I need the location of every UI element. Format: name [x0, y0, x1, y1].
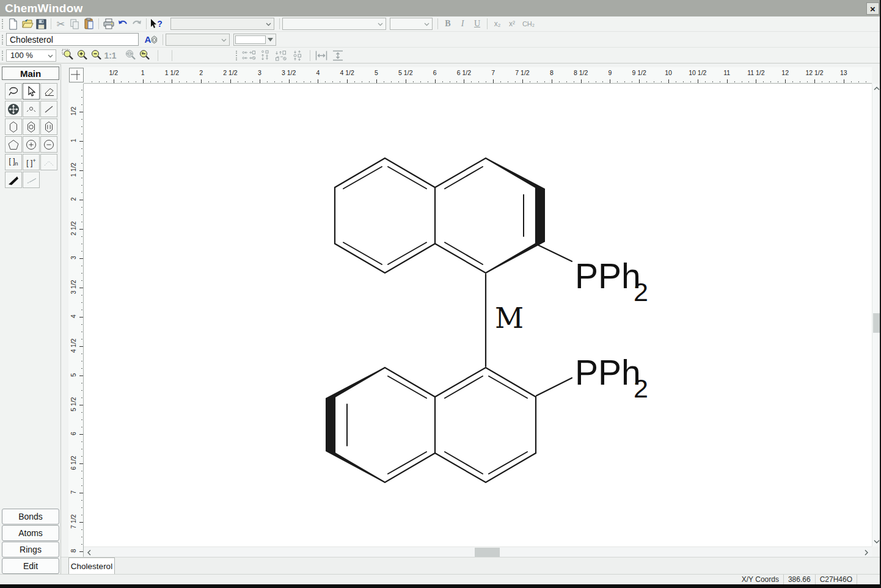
- palette-page-bonds[interactable]: Bonds: [2, 509, 59, 524]
- binap-structure[interactable]: M PPh 2 PPh 2: [84, 84, 872, 546]
- pph2-upper-label: PPh: [575, 256, 641, 296]
- context-help-button[interactable]: ?: [149, 17, 163, 31]
- cut-button[interactable]: ✂: [54, 17, 68, 31]
- subscript-button[interactable]: x₂: [490, 20, 505, 28]
- title-bar: ChemWindow ×: [0, 0, 881, 16]
- undo-button[interactable]: [115, 17, 130, 31]
- close-icon: ×: [870, 4, 876, 14]
- copy-button[interactable]: [68, 17, 82, 31]
- save-button[interactable]: [34, 17, 48, 31]
- charge-minus-tool[interactable]: [40, 136, 57, 153]
- palette-page-edit[interactable]: Edit: [2, 558, 59, 574]
- bracket-n-tool[interactable]: [ ]n: [5, 154, 22, 170]
- toolbar-grip[interactable]: [2, 51, 4, 60]
- document-tab-cholesterol[interactable]: Cholesterol: [68, 557, 115, 575]
- name-toolbar: A: [0, 32, 881, 48]
- palette-page-atoms[interactable]: Atoms: [2, 525, 59, 541]
- zoom-area-button[interactable]: [61, 49, 75, 62]
- zoom-out-button[interactable]: [89, 49, 103, 62]
- drawing-canvas[interactable]: M PPh 2 PPh 2: [84, 84, 872, 546]
- align-center-vertical-button[interactable]: [257, 49, 273, 62]
- italic-button[interactable]: I: [455, 19, 470, 29]
- new-document-button[interactable]: [6, 17, 20, 31]
- toolbar-separator: [158, 50, 158, 61]
- zoom-page-button[interactable]: [123, 49, 137, 62]
- zoom-fit-button[interactable]: [137, 49, 152, 62]
- palette-header[interactable]: Main: [2, 67, 59, 80]
- bonds-label: Bonds: [18, 512, 43, 521]
- ring-aromatic-tool[interactable]: [23, 118, 40, 135]
- space-vertical-button[interactable]: [329, 49, 346, 62]
- redo-button[interactable]: [130, 17, 144, 31]
- align-bottom-icon: [292, 49, 304, 62]
- align-center-vertical-icon: [259, 49, 271, 62]
- bracket-charge-tool[interactable]: [ ]+: [23, 154, 40, 170]
- coords-value: 386.66: [783, 575, 815, 584]
- select-arrow-icon: [27, 86, 35, 97]
- ruler-origin-box[interactable]: [69, 68, 84, 82]
- paste-button[interactable]: [82, 17, 96, 31]
- scroll-right-button[interactable]: [863, 547, 870, 557]
- move-tool[interactable]: [5, 101, 22, 117]
- select-tool[interactable]: [23, 83, 40, 100]
- space-horizontal-button[interactable]: [313, 49, 329, 62]
- hash-bond-tool[interactable]: [23, 172, 40, 188]
- dotted-bond-tool[interactable]: [40, 154, 57, 170]
- align-left-button[interactable]: [240, 49, 257, 62]
- new-page-icon: [7, 18, 19, 30]
- undo-arrow-icon: [117, 18, 129, 30]
- question-mark-icon: ?: [157, 19, 163, 29]
- font-size-combobox[interactable]: [390, 18, 433, 30]
- eraser-tool[interactable]: [40, 83, 57, 100]
- wedge-bond-tool[interactable]: [5, 172, 22, 188]
- toolbar-grip[interactable]: [2, 35, 4, 45]
- horizontal-scroll-thumb[interactable]: [475, 548, 500, 557]
- ch2-label-button[interactable]: CH₂: [519, 20, 538, 27]
- print-button[interactable]: [101, 17, 115, 31]
- bold-button[interactable]: B: [440, 19, 455, 29]
- scroll-down-button[interactable]: [872, 538, 881, 545]
- ring-hexagon-tool[interactable]: [5, 118, 22, 135]
- atom-labels: M PPh 2 PPh 2: [495, 256, 648, 403]
- bond-tool[interactable]: [40, 101, 57, 117]
- line-style-combobox[interactable]: [233, 34, 276, 46]
- actual-size-button[interactable]: 1:1: [103, 49, 117, 62]
- zoom-in-button[interactable]: [75, 49, 89, 62]
- style-combobox[interactable]: [166, 34, 230, 46]
- scroll-up-button[interactable]: [872, 85, 881, 92]
- paste-clipboard-icon: [83, 18, 95, 30]
- ring-cyclohexane-tool[interactable]: [40, 118, 57, 135]
- font-combobox[interactable]: [282, 18, 386, 30]
- palette-page-rings[interactable]: Rings: [2, 542, 59, 557]
- crosshair-icon: [70, 68, 83, 82]
- template-combobox[interactable]: [170, 18, 274, 30]
- open-folder-icon: [21, 18, 34, 30]
- underline-button[interactable]: U: [470, 19, 484, 29]
- vertical-scroll-thumb[interactable]: [873, 313, 880, 333]
- chevron-down-icon: [48, 54, 53, 58]
- hexagon-inner-icon: [44, 121, 54, 133]
- close-button[interactable]: ×: [866, 2, 879, 15]
- charge-plus-tool[interactable]: [23, 136, 40, 153]
- open-button[interactable]: [20, 17, 34, 31]
- zoom-level-combobox[interactable]: 100 %: [6, 49, 56, 62]
- scroll-left-button[interactable]: [86, 547, 93, 557]
- hexagon-circle-icon: [26, 121, 36, 133]
- chevron-left-icon: [87, 550, 91, 556]
- align-bottom-button[interactable]: [290, 49, 306, 62]
- align-top-button[interactable]: [273, 49, 290, 62]
- angle-tool[interactable]: [23, 101, 40, 117]
- formula-value: C27H46O: [815, 575, 857, 584]
- move-icon: [7, 103, 20, 115]
- document-tab-label: Cholesterol: [71, 562, 112, 571]
- vertical-scrollbar[interactable]: [872, 84, 880, 546]
- lasso-tool[interactable]: [5, 83, 22, 100]
- atom-label-tool-button[interactable]: A: [143, 33, 159, 46]
- horizontal-scrollbar[interactable]: [84, 546, 872, 557]
- toolbar-grip[interactable]: [2, 19, 4, 29]
- ring-pentagon-tool[interactable]: [5, 136, 22, 153]
- structure-name-input[interactable]: [6, 33, 139, 46]
- zoom-area-icon: [62, 49, 75, 62]
- superscript-button[interactable]: x²: [505, 20, 519, 28]
- toolbar-grip[interactable]: [236, 51, 238, 60]
